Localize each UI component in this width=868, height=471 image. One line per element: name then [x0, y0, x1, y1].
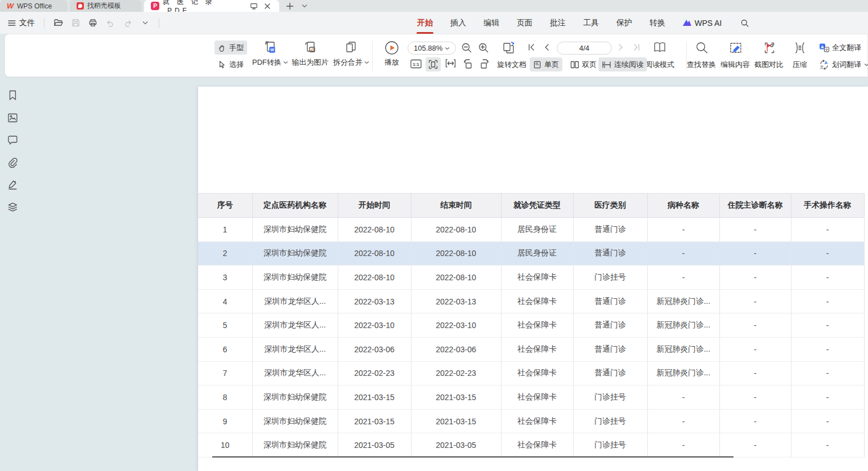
table-cell: 2022-03-10 [338, 313, 411, 338]
table-cell: 2021-03-15 [411, 385, 501, 410]
table-cell: 8 [198, 385, 252, 410]
rotate-left-button[interactable] [462, 59, 473, 69]
full-text-translate-button[interactable]: A 文 全文翻译 [816, 41, 865, 55]
table-cell: - [791, 218, 864, 242]
table-cell: - [791, 361, 864, 385]
layers-icon [7, 202, 18, 213]
attachments-panel-button[interactable] [7, 158, 18, 168]
zoom-in-button[interactable] [478, 42, 489, 53]
tab-document[interactable]: P 就 医 记 录 .PDF [144, 0, 279, 12]
screen-cast-icon[interactable] [249, 1, 259, 11]
table-cell: 普通门诊 [573, 361, 647, 385]
menu-item-home[interactable]: 开始 [417, 17, 433, 29]
close-tab-icon[interactable] [262, 1, 272, 11]
pdf-page[interactable]: 序号定点医药机构名称开始时间结束时间就诊凭证类型医疗类别病种名称住院主诊断名称手… [198, 87, 868, 471]
rotate-pages-button[interactable] [502, 41, 516, 55]
page-number-input[interactable]: 4/4 [557, 42, 612, 55]
continuous-reading-button[interactable]: 连续阅读 [598, 57, 647, 71]
signature-pen-icon [7, 180, 18, 190]
quick-toolbar-more-icon[interactable] [138, 16, 152, 30]
svg-text:A: A [821, 44, 824, 49]
last-page-button[interactable] [632, 43, 641, 51]
table-cell: - [719, 313, 791, 338]
table-cell: 居民身份证 [501, 218, 573, 242]
single-page-button[interactable]: 单页 [530, 57, 562, 71]
select-tool-button[interactable]: 选择 [214, 57, 247, 71]
edit-content-button[interactable] [729, 41, 742, 55]
menu-item-protect[interactable]: 保护 [616, 17, 633, 29]
medical-records-table: 序号定点医药机构名称开始时间结束时间就诊凭证类型医疗类别病种名称住院主诊断名称手… [198, 193, 865, 457]
tab-docer-templates[interactable]: 找稻壳模板 [70, 0, 142, 12]
previous-page-button[interactable] [543, 43, 550, 51]
tab-list-chevron-icon[interactable] [299, 1, 310, 11]
read-mode-icon [652, 41, 667, 55]
wps-ai-icon [682, 19, 692, 27]
table-header-cell: 开始时间 [338, 194, 411, 218]
menu-item-tools[interactable]: 工具 [583, 17, 599, 29]
fit-page-button[interactable] [426, 57, 441, 71]
hamburger-icon [8, 20, 16, 26]
compress-button[interactable] [793, 41, 807, 55]
open-folder-icon [53, 19, 63, 27]
table-cell: 1 [198, 218, 252, 242]
table-cell: 门诊挂号 [573, 409, 647, 433]
zoom-out-button[interactable] [461, 42, 472, 53]
new-tab-icon[interactable] [285, 1, 295, 11]
menu-item-comment[interactable]: 批注 [549, 17, 566, 29]
table-cell: 普通门诊 [573, 289, 647, 313]
play-button[interactable]: 播放 [380, 41, 404, 68]
table-cell: 3 [198, 266, 252, 290]
table-row: 9深圳市妇幼保健院2021-03-152021-03-15社会保障卡门诊挂号--… [198, 409, 864, 433]
table-cell: 6 [198, 337, 252, 361]
divider [44, 18, 44, 28]
pdf-convert-button[interactable]: W PDF转换 [248, 41, 292, 68]
open-file-button[interactable] [51, 16, 65, 30]
continuous-read-icon [602, 60, 611, 69]
first-page-button[interactable] [527, 43, 536, 51]
menu-item-edit[interactable]: 编辑 [483, 17, 500, 29]
hand-tool-button[interactable]: 手型 [214, 41, 247, 55]
menu-item-convert[interactable]: 转换 [649, 17, 666, 29]
table-header-cell: 就诊凭证类型 [501, 194, 573, 218]
rotate-right-icon [479, 59, 490, 69]
zoom-level-select[interactable]: 105.88% [408, 42, 456, 55]
rotate-document-label: 旋转文档 [497, 60, 526, 70]
split-merge-button[interactable]: 拆分合并 [330, 41, 372, 68]
word-translate-button[interactable]: A 文 划词翻译 [816, 57, 868, 71]
thumbnails-icon [7, 113, 18, 123]
ribbon-search-button[interactable] [738, 16, 751, 30]
table-cell: 社会保障卡 [501, 266, 573, 290]
menu-item-page[interactable]: 页面 [516, 17, 533, 29]
file-menu-button[interactable]: 文件 [6, 18, 37, 28]
actual-size-button[interactable]: 1:1 [410, 59, 422, 69]
find-replace-button[interactable] [695, 41, 709, 55]
redo-button[interactable] [121, 16, 135, 30]
layers-panel-button[interactable] [7, 202, 18, 213]
next-page-button[interactable] [618, 43, 624, 51]
save-button[interactable] [69, 16, 82, 30]
bookmarks-panel-button[interactable] [7, 90, 18, 101]
rotate-right-button[interactable] [479, 59, 490, 69]
read-mode-button[interactable] [652, 41, 667, 55]
print-button[interactable] [86, 16, 100, 30]
table-header-row: 序号定点医药机构名称开始时间结束时间就诊凭证类型医疗类别病种名称住院主诊断名称手… [198, 194, 864, 218]
export-as-image-button[interactable]: 输出为图片 [290, 41, 330, 68]
thumbnails-panel-button[interactable] [7, 113, 18, 123]
menu-item-insert[interactable]: 插入 [450, 17, 467, 29]
screenshot-compare-button[interactable] [763, 41, 776, 55]
table-cell: 门诊挂号 [573, 433, 647, 457]
chevron-down-icon [364, 61, 369, 64]
chevron-down-icon [864, 63, 868, 66]
table-cell: 社会保障卡 [501, 409, 573, 433]
table-header-cell: 病种名称 [647, 194, 719, 218]
chevron-down-icon [445, 47, 450, 50]
signature-panel-button[interactable] [7, 180, 18, 190]
fit-width-button[interactable] [445, 59, 456, 68]
tab-wps-office[interactable]: W WPS Office [0, 0, 68, 12]
divider [372, 41, 373, 71]
zoom-in-icon [478, 42, 489, 53]
chevron-down-icon [283, 61, 288, 64]
wps-ai-button[interactable]: WPS AI [682, 19, 722, 28]
undo-button[interactable] [104, 16, 117, 30]
comments-panel-button[interactable] [7, 135, 18, 146]
